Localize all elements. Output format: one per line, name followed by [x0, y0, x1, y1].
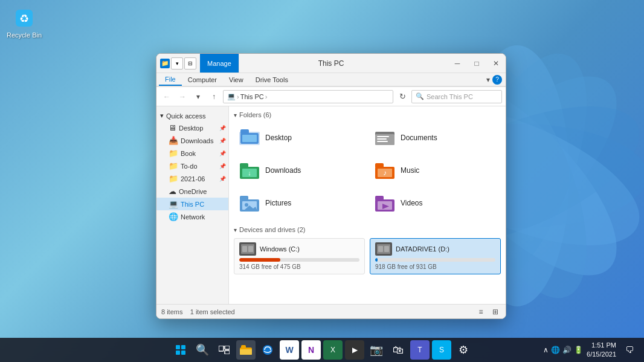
search-box[interactable]: 🔍 Search This PC: [411, 90, 502, 103]
date-folder-icon: 📁: [169, 174, 178, 183]
path-icon: 💻: [227, 92, 236, 100]
recent-locations-button[interactable]: ▾: [192, 90, 205, 103]
drive-item-d[interactable]: DATADRIVE1 (D:) 918 GB free of 931 GB: [370, 238, 501, 274]
skype-taskbar-button[interactable]: S: [432, 340, 451, 360]
title-bar: 📁 ▾ ⊟ Manage This PC ─ □ ✕: [156, 54, 506, 73]
documents-icon: [374, 127, 396, 149]
back-button[interactable]: ←: [160, 90, 173, 103]
start-button[interactable]: [171, 340, 190, 360]
maximize-button[interactable]: □: [467, 54, 486, 73]
recycle-bin-icon: ♻: [12, 6, 36, 30]
search-placeholder: Search This PC: [427, 93, 473, 100]
taskbar-right: ∧ 🌐 🔊 🔋 1:51 PM 6/15/2021 🗨: [543, 340, 639, 360]
folder-item-pictures[interactable]: Pictures: [234, 189, 365, 218]
sidebar-item-thispc[interactable]: 💻 This PC: [156, 198, 228, 210]
book-folder-icon: 📁: [169, 149, 178, 158]
notification-button[interactable]: 🗨: [620, 340, 639, 360]
sidebar-item-onedrive[interactable]: ☁ OneDrive: [156, 185, 228, 198]
drives-grid: Windows (C:) 314 GB free of 475 GB: [234, 238, 501, 274]
details-view-button[interactable]: ≡: [475, 306, 486, 317]
sidebar-item-label: Downloads: [181, 137, 213, 144]
window-title: This PC: [318, 59, 344, 68]
todo-folder-icon: 📁: [169, 161, 178, 170]
svg-text:♪: ♪: [383, 169, 387, 177]
properties-btn[interactable]: ⊟: [184, 57, 196, 69]
explorer-taskbar-button[interactable]: [236, 340, 256, 360]
sidebar-item-network[interactable]: 🌐 Network: [156, 210, 228, 223]
up-button[interactable]: ↑: [207, 90, 221, 103]
quick-access-btn[interactable]: ▾: [171, 57, 183, 69]
word-taskbar-button[interactable]: W: [280, 340, 299, 360]
folder-item-desktop[interactable]: Desktop: [234, 123, 365, 152]
folder-item-documents[interactable]: Documents: [369, 123, 501, 152]
quick-access-label: Quick access: [166, 112, 205, 120]
recycle-bin[interactable]: ♻ Recycle Bin: [6, 6, 42, 39]
taskview-button[interactable]: [214, 340, 234, 360]
sidebar-item-downloads[interactable]: 📥 Downloads 📌: [156, 134, 228, 147]
folder-name: Music: [401, 166, 419, 175]
taskbar: 🔍: [0, 338, 644, 362]
manage-tab[interactable]: Manage: [200, 54, 239, 73]
clock[interactable]: 1:51 PM 6/15/2021: [587, 341, 616, 360]
tab-drive-tools[interactable]: Drive Tools: [250, 73, 294, 86]
folder-item-music[interactable]: ♪ Music: [369, 156, 501, 185]
drive-item-c[interactable]: Windows (C:) 314 GB free of 475 GB: [234, 238, 365, 274]
tab-computer[interactable]: Computer: [182, 73, 223, 86]
drive-c-name: Windows (C:): [260, 245, 300, 253]
tab-view[interactable]: View: [223, 73, 250, 86]
onenote-taskbar-button[interactable]: N: [301, 340, 321, 360]
pin-icon: 📌: [219, 125, 226, 131]
taskbar-center: 🔍: [171, 340, 473, 360]
quick-access-section: ▾ Quick access 🖥 Desktop 📌 📥 Downloads 📌: [156, 110, 228, 223]
sidebar: ▾ Quick access 🖥 Desktop 📌 📥 Downloads 📌: [156, 106, 229, 304]
sidebar-item-book[interactable]: 📁 Book 📌: [156, 147, 228, 160]
drive-d-bar-fill: [375, 258, 378, 262]
spreadsheet-taskbar-button[interactable]: X: [323, 340, 343, 360]
folder-name: Pictures: [265, 199, 291, 207]
ribbon-expand-btn[interactable]: ▾ ?: [486, 75, 506, 85]
system-tray: ∧ 🌐 🔊 🔋: [543, 346, 583, 354]
address-bar: ← → ▾ ↑ 💻 › This PC › ↻ 🔍 Search This PC: [156, 87, 506, 106]
mpc-taskbar-button[interactable]: ▶: [345, 340, 364, 360]
store-taskbar-button[interactable]: 🛍: [388, 340, 408, 360]
time-display: 1:51 PM: [587, 341, 616, 350]
svg-rect-40: [219, 346, 224, 351]
sidebar-item-2021-06[interactable]: 📁 2021-06 📌: [156, 172, 228, 185]
drives-section-header: Devices and drives (2): [234, 226, 501, 233]
folder-item-videos[interactable]: Videos: [369, 189, 501, 218]
quick-access-header[interactable]: ▾ Quick access: [156, 110, 228, 121]
address-path[interactable]: 💻 › This PC ›: [223, 90, 393, 103]
search-taskbar-button[interactable]: 🔍: [193, 340, 212, 360]
refresh-button[interactable]: ↻: [396, 90, 409, 103]
drive-c-bar-fill: [239, 258, 280, 262]
minimize-button[interactable]: ─: [448, 54, 467, 73]
sidebar-item-label: Network: [181, 213, 205, 221]
sidebar-item-label: This PC: [181, 201, 204, 208]
svg-rect-17: [377, 138, 387, 140]
settings-taskbar-button[interactable]: ⚙: [454, 340, 473, 360]
recycle-bin-label: Recycle Bin: [7, 31, 42, 39]
drive-c-icon: [239, 242, 256, 256]
svg-rect-44: [240, 349, 252, 355]
chevron-down-icon: ▾: [160, 112, 164, 120]
tab-file[interactable]: File: [159, 73, 182, 86]
folder-item-downloads[interactable]: ↓ Downloads: [234, 156, 365, 185]
teams-taskbar-button[interactable]: T: [410, 340, 430, 360]
drive-d-header: DATADRIVE1 (D:): [375, 242, 495, 256]
pin-icon: 📌: [219, 150, 226, 157]
chevron-up-icon: ▾: [486, 76, 490, 84]
folder-name: Documents: [401, 134, 437, 142]
chevron-up-icon[interactable]: ∧: [543, 346, 549, 354]
drive-c-header: Windows (C:): [239, 242, 359, 256]
drive-d-space: 918 GB free of 931 GB: [375, 263, 495, 270]
photo-taskbar-button[interactable]: 📷: [367, 340, 386, 360]
drive-c-bar-bg: [239, 258, 359, 262]
pictures-icon: [239, 192, 260, 214]
tiles-view-button[interactable]: ⊞: [490, 306, 501, 317]
close-button[interactable]: ✕: [486, 54, 506, 73]
sidebar-item-label: Desktop: [179, 124, 203, 132]
forward-button[interactable]: →: [176, 90, 189, 103]
sidebar-item-todo[interactable]: 📁 To-do 📌: [156, 160, 228, 172]
sidebar-item-desktop[interactable]: 🖥 Desktop 📌: [156, 121, 228, 134]
edge-taskbar-button[interactable]: [258, 340, 277, 360]
